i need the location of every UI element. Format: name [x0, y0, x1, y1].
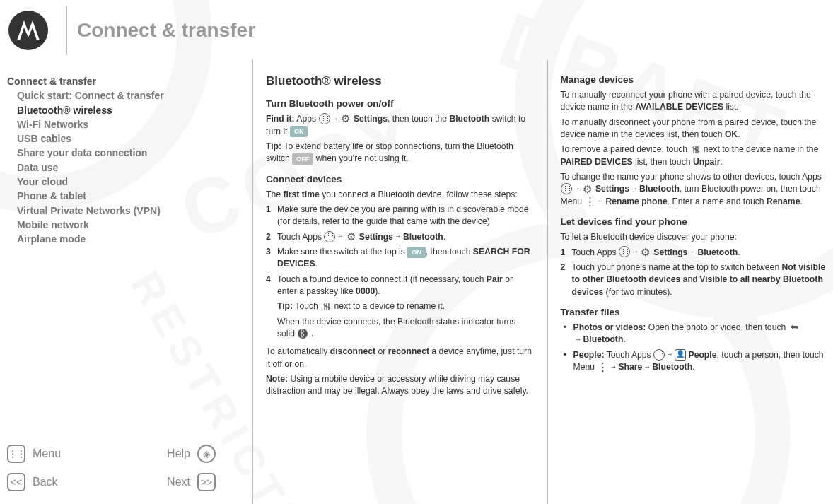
toc-item[interactable]: Your cloud	[7, 175, 237, 189]
paragraph: The first time you connect a Bluetooth d…	[266, 189, 535, 201]
on-pill: ON	[407, 247, 426, 258]
menu-button[interactable]: Menu	[7, 445, 61, 463]
gear-icon	[340, 113, 351, 124]
off-pill: OFF	[292, 153, 313, 165]
step-2: 2Touch Apps → Settings→Bluetooth.	[266, 231, 535, 243]
gear-icon	[640, 246, 651, 257]
column-divider	[252, 60, 253, 504]
note-paragraph: Note: Using a mobile device or accessory…	[266, 373, 535, 398]
step-2: 2Touch your phone's name at the top to s…	[561, 262, 829, 298]
menu-label: Menu	[33, 447, 61, 460]
toc-section-head[interactable]: Connect & transfer	[7, 74, 237, 88]
toc-item[interactable]: Share your data connection	[7, 146, 237, 160]
toc-item-active[interactable]: Bluetooth® wireless	[7, 103, 237, 117]
help-label: Help	[167, 447, 190, 460]
bullet-item: •People: Touch Apps → People, touch a pe…	[564, 349, 829, 374]
bullet-item: •Photos or videos: Open the photo or vid…	[564, 322, 829, 346]
next-label: Next	[167, 476, 190, 488]
step-3: 3Make sure the switch at the top is ON, …	[266, 246, 535, 271]
step-1: 1Make sure the device you are pairing wi…	[266, 204, 535, 228]
motorola-logo	[8, 11, 48, 50]
apps-icon	[561, 183, 572, 194]
section-heading: Bluetooth® wireless	[266, 73, 535, 90]
subsection-heading: Connect devices	[266, 172, 535, 186]
apps-icon	[324, 231, 335, 242]
subsection-heading: Manage devices	[561, 73, 829, 86]
toc-item[interactable]: Airplane mode	[7, 232, 237, 246]
toc-item[interactable]: Data use	[7, 160, 237, 175]
table-of-contents: Connect & transfer Quick start: Connect …	[0, 60, 244, 247]
people-icon	[675, 349, 686, 361]
help-button[interactable]: Help ◈	[167, 445, 216, 463]
tip-paragraph: Tip: To extend battery life or stop conn…	[266, 141, 535, 165]
subsection-heading: Turn Bluetooth power on/off	[266, 97, 535, 110]
sliders-icon	[320, 300, 332, 312]
help-icon: ◈	[197, 445, 216, 463]
on-pill: ON	[290, 126, 308, 137]
step-1: 1Touch Apps → Settings→Bluetooth.	[561, 247, 829, 259]
gear-icon	[582, 183, 593, 194]
apps-icon	[653, 349, 665, 361]
column-divider	[547, 60, 548, 504]
content-column-1: Bluetooth® wireless Turn Bluetooth power…	[262, 60, 539, 504]
content-column-2: Manage devices To manually reconnect you…	[557, 60, 834, 504]
paragraph: To change the name your phone shows to o…	[561, 171, 829, 208]
paragraph: To remove a paired device, touch next to…	[561, 143, 829, 168]
toc-item[interactable]: USB cables	[7, 131, 237, 146]
next-button[interactable]: Next >>	[167, 473, 216, 491]
share-icon	[788, 322, 800, 333]
back-icon: <<	[7, 473, 25, 491]
back-label: Back	[33, 476, 58, 488]
apps-icon	[319, 113, 330, 124]
gear-icon	[345, 231, 356, 242]
grid-icon	[7, 445, 25, 463]
toc-item[interactable]: Virtual Private Networks (VPN)	[7, 204, 237, 218]
toc-item[interactable]: Quick start: Connect & transfer	[7, 88, 237, 102]
paragraph: To manually disconnect your phone from a…	[561, 117, 829, 141]
subsection-heading: Transfer files	[561, 305, 829, 319]
menu-icon	[597, 361, 608, 373]
paragraph: To manually reconnect your phone with a …	[561, 89, 829, 114]
subsection-heading: Let devices find your phone	[561, 215, 829, 228]
header-divider	[66, 6, 67, 55]
paragraph: To let a Bluetooth device discover your …	[561, 231, 829, 243]
toc-item[interactable]: Phone & tablet	[7, 189, 237, 203]
toc-item[interactable]: Mobile network	[7, 218, 237, 232]
find-it-line: Find it: Apps → Settings, then touch the…	[266, 113, 535, 138]
header-bar: Connect & transfer	[0, 0, 833, 60]
menu-icon	[584, 196, 595, 207]
apps-icon	[619, 246, 630, 257]
bluetooth-icon	[297, 328, 308, 339]
step-4: 4 Touch a found device to connect it (if…	[266, 274, 535, 344]
toc-item[interactable]: Wi-Fi Networks	[7, 117, 237, 131]
sliders-icon	[689, 143, 701, 155]
page-title: Connect & transfer	[77, 19, 255, 42]
paragraph: To automatically disconnect or reconnect…	[266, 346, 535, 370]
next-icon: >>	[197, 473, 216, 491]
back-button[interactable]: << Back	[7, 473, 58, 491]
